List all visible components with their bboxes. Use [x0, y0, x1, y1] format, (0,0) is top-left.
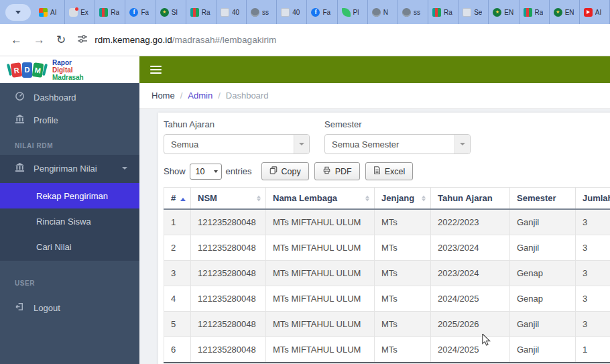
browser-tab[interactable]: ★EN [550, 0, 580, 24]
table-row: 5121235280048MTs MIFTAHUL ULUMMTs2025/20… [164, 312, 610, 337]
table-cell: 3 [576, 235, 610, 261]
sidebar-item-profile[interactable]: Profile [0, 109, 139, 131]
table-cell: MTs [375, 261, 431, 286]
browser-tab[interactable]: 40 [277, 0, 307, 24]
sidebar-item-dashboard[interactable]: Dashboard [0, 86, 139, 109]
table-cell: Ganjil [510, 209, 576, 235]
browser-tab[interactable]: fFa [307, 0, 337, 24]
semester-label: Semester [324, 119, 471, 129]
table-cell: 2024/2025 [431, 286, 510, 312]
column-header-jumlah-k: Jumlah K [576, 188, 610, 210]
browser-tab[interactable]: AI [35, 0, 65, 24]
tahun-ajaran-select[interactable]: Semua [164, 134, 310, 154]
table-row: 4121235280048MTs MIFTAHUL ULUMMTs2024/20… [164, 286, 610, 312]
sidebar: DashboardProfile NILAI RDM Pengiriman Ni… [0, 83, 139, 364]
pdf-button[interactable]: PDF [314, 162, 360, 180]
column-header-tahun-ajaran: Tahun Ajaran [431, 188, 510, 210]
table-cell: 3 [576, 312, 610, 337]
column-header-jenjang[interactable]: Jenjang [375, 188, 431, 210]
table-cell: 3 [576, 286, 610, 312]
sidebar-item-logout[interactable]: Logout [0, 296, 139, 319]
table-cell: 1 [576, 337, 610, 363]
sidebar-subitem-rincian-siswa[interactable]: Rincian Siswa [0, 208, 139, 234]
excel-button[interactable]: Excel [365, 162, 414, 180]
table-cell: MTs MIFTAHUL ULUM [266, 312, 375, 337]
column-header-nama-lembaga[interactable]: Nama Lembaga [266, 188, 375, 210]
tab-label: Ex [80, 9, 88, 16]
site-settings-icon[interactable] [77, 34, 88, 47]
table-cell: Ganjil [510, 337, 576, 363]
breadcrumb-admin[interactable]: Admin [188, 90, 212, 101]
facebook-icon: f [129, 8, 138, 17]
logo-title: Rapor Digital Madrasah [52, 59, 84, 81]
sidebar-subitem-cari-nilai[interactable]: Cari Nilai [0, 234, 139, 259]
browser-tab[interactable]: ★SI [156, 0, 186, 24]
table-cell: 121235280048 [191, 337, 266, 363]
browser-tab[interactable]: Se [459, 0, 489, 24]
browser-tab[interactable]: ss [398, 0, 428, 24]
table-cell: 2 [164, 235, 191, 261]
back-icon[interactable]: ← [11, 34, 22, 46]
doc-icon [221, 8, 229, 17]
chevron-down-icon [15, 11, 21, 14]
browser-tab[interactable]: Ra [520, 0, 550, 24]
browser-tab[interactable]: Ra [186, 0, 217, 24]
browser-tab[interactable]: Ra [428, 0, 459, 24]
browser-tab[interactable]: Ex [65, 0, 95, 24]
export-buttons: CopyPDFExcel [261, 162, 414, 180]
chevron-down-icon [294, 135, 309, 154]
table-cell: MTs MIFTAHUL ULUM [266, 286, 375, 312]
kemenag-icon: ★ [554, 8, 562, 17]
browser-tab[interactable]: ss [247, 0, 277, 24]
sidebar-group-pengiriman: Pengiriman Nilai Rekap PengirimanRincian… [0, 155, 139, 261]
copy-button[interactable]: Copy [261, 162, 309, 180]
sort-ascending-icon [180, 198, 186, 201]
entries-label: entries [226, 166, 252, 176]
tab-label: 40 [292, 9, 300, 16]
table-cell: MTs [375, 235, 431, 261]
breadcrumb-home[interactable]: Home [151, 90, 175, 101]
forward-icon[interactable]: → [34, 34, 45, 46]
column-header-nsm[interactable]: NSM [191, 188, 266, 210]
sort-icon [422, 195, 426, 201]
menu-toggle-icon[interactable] [150, 66, 162, 74]
table-cell: 1 [164, 209, 191, 235]
kemenag-icon: ★ [160, 8, 169, 17]
mouse-cursor [481, 334, 491, 349]
screen: AIExRafFa★SIRa40ss40fFaPlNssRaSe★ENRa★EN… [0, 0, 610, 364]
browser-toolbar: ← → ↻ rdm.kemenag.go.id/madrasah#/lembag… [0, 24, 610, 56]
browser-tab[interactable]: Pl [338, 0, 368, 24]
app-logo: R D M Rapor Digital Madrasah [0, 56, 139, 83]
page-size-select[interactable]: 10 [190, 164, 222, 180]
column-header-semester: Semester [510, 188, 576, 210]
breadcrumb-dashboard: Dashboard [226, 90, 269, 101]
rdm-icon [524, 8, 532, 17]
sidebar-subitem-rekap-pengiriman[interactable]: Rekap Pengiriman [0, 183, 139, 208]
pdf-icon [322, 166, 331, 176]
breadcrumb: Home/Admin/Dashboard [139, 83, 610, 109]
tab-search-button[interactable] [5, 4, 31, 21]
doc-icon [463, 8, 471, 17]
browser-tab[interactable]: fFa [125, 0, 156, 24]
refresh-icon[interactable]: ↻ [56, 34, 66, 46]
browser-tab[interactable]: 40 [217, 0, 247, 24]
table-cell: Ganjil [510, 235, 576, 261]
browser-tab[interactable]: Ra [95, 0, 125, 24]
table-cell: MTs MIFTAHUL ULUM [266, 261, 375, 286]
tab-label: 40 [232, 9, 239, 16]
address-bar[interactable]: rdm.kemenag.go.id/madrasah#/lembagakirim [77, 34, 599, 47]
doc-icon [281, 8, 290, 17]
table-cell: 121235280048 [191, 235, 266, 261]
sidebar-item-pengiriman-nilai[interactable]: Pengiriman Nilai [0, 156, 139, 180]
table-cell: 2023/2024 [431, 235, 510, 261]
tab-label: Ra [202, 9, 210, 16]
facebook-icon: f [311, 8, 320, 17]
browser-tab[interactable]: ★EN [489, 0, 519, 24]
chevron-down-icon [122, 167, 127, 170]
column-header--[interactable]: # [164, 188, 191, 210]
chevron-down-icon [454, 135, 470, 154]
tab-label: EN [565, 9, 574, 16]
semester-select[interactable]: Semua Semester [324, 134, 471, 154]
browser-tab[interactable]: AI [580, 0, 610, 24]
browser-tab[interactable]: N [368, 0, 398, 24]
